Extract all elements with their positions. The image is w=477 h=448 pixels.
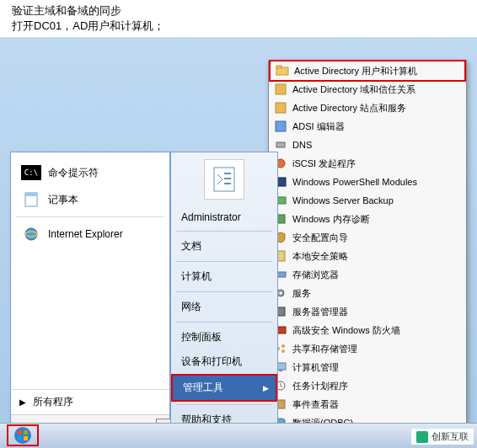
separator: [16, 216, 164, 217]
tool-server-backup[interactable]: Windows Server Backup: [269, 191, 466, 210]
tool-share-storage[interactable]: 共享和存储管理: [269, 339, 466, 358]
separator: [176, 261, 272, 262]
tool-ad-domains-trusts[interactable]: Active Directory 域和信任关系: [269, 80, 466, 99]
separator: [176, 322, 272, 323]
user-name[interactable]: Administrator: [171, 206, 277, 228]
tool-dns[interactable]: DNS: [269, 136, 466, 154]
tool-label: Active Directory 域和信任关系: [292, 83, 415, 96]
tool-label: 事件查看器: [292, 398, 339, 411]
tool-label: Active Directory 用户和计算机: [294, 65, 417, 77]
svg-rect-4: [276, 121, 286, 131]
svg-rect-42: [18, 436, 22, 440]
ad-icon: [274, 101, 287, 115]
cmd-icon: C:\: [19, 163, 43, 183]
tool-label: 存储浏览器: [292, 269, 339, 281]
triangle-icon: ▶: [19, 397, 26, 407]
tool-task-scheduler[interactable]: 任务计划程序: [269, 376, 466, 395]
tool-label: Windows PowerShell Modules: [292, 177, 417, 187]
svg-rect-20: [279, 370, 282, 371]
svg-point-17: [281, 344, 285, 348]
tool-label: Windows Server Backup: [292, 195, 394, 205]
separator: [176, 231, 272, 232]
start-menu-left: C:\ 命令提示符 记事本 Internet Explorer ▶ 所有程序 🔍…: [10, 152, 170, 448]
separator: [176, 291, 272, 292]
tool-label: 本地安全策略: [292, 250, 348, 263]
tool-storage-browser[interactable]: 存储浏览器: [269, 265, 466, 284]
ad-icon: [274, 83, 287, 96]
pinned-label: Internet Explorer: [48, 228, 123, 240]
pinned-ie[interactable]: Internet Explorer: [14, 221, 166, 248]
svg-rect-1: [276, 66, 281, 68]
tool-firewall[interactable]: 高级安全 Windows 防火墙: [269, 321, 466, 339]
instruction-line2: 打开DC01，AD用户和计算机；: [12, 19, 465, 34]
svg-point-39: [14, 427, 31, 444]
watermark-text: 创新互联: [431, 430, 469, 443]
ie-icon: [19, 224, 43, 244]
tool-label: 高级安全 Windows 防火墙: [292, 324, 400, 337]
menu-documents[interactable]: 文档: [171, 234, 277, 259]
svg-point-13: [280, 292, 282, 295]
submenu-arrow-icon: ▶: [263, 384, 269, 392]
tool-label: 任务计划程序: [292, 380, 348, 392]
tool-label: DNS: [292, 140, 312, 150]
svg-rect-3: [276, 103, 286, 113]
svg-rect-5: [276, 142, 285, 147]
pinned-label: 命令提示符: [48, 166, 99, 180]
menu-admin-tools[interactable]: 管理工具 ▶: [171, 374, 277, 402]
svg-rect-41: [24, 430, 28, 435]
tool-label: Windows 内存诊断: [292, 213, 370, 226]
tool-powershell-modules[interactable]: Windows PowerShell Modules: [269, 173, 466, 191]
admin-tools-menu: Active Directory 用户和计算机 Active Directory…: [268, 61, 467, 448]
all-programs-label: 所有程序: [33, 395, 73, 409]
svg-rect-32: [25, 193, 37, 196]
all-programs[interactable]: ▶ 所有程序: [11, 389, 169, 414]
menu-network[interactable]: 网络: [171, 295, 277, 319]
watermark-logo-icon: [416, 431, 428, 443]
tool-security-config[interactable]: 安全配置向导: [269, 228, 466, 247]
tool-iscsi[interactable]: iSCSI 发起程序: [269, 154, 466, 173]
user-avatar: [204, 159, 244, 200]
start-button[interactable]: [7, 424, 39, 446]
tool-label: Active Directory 站点和服务: [292, 102, 406, 115]
tool-server-manager[interactable]: 服务器管理器: [269, 302, 466, 321]
notepad-icon: [19, 189, 43, 210]
tool-label: ADSI 编辑器: [292, 120, 345, 133]
desktop-area: Active Directory 用户和计算机 Active Directory…: [0, 37, 477, 448]
instruction-line1: 验证主域和备域的同步: [12, 3, 465, 19]
tool-local-security[interactable]: 本地安全策略: [269, 247, 466, 265]
pinned-label: 记事本: [48, 193, 78, 207]
instruction-text: 验证主域和备域的同步 打开DC01，AD用户和计算机；: [0, 0, 477, 37]
tool-computer-mgmt[interactable]: 计算机管理: [269, 358, 466, 376]
tool-label: 共享和存储管理: [292, 343, 357, 355]
tool-memory-diag[interactable]: Windows 内存诊断: [269, 210, 466, 228]
menu-devices-printers[interactable]: 设备和打印机: [171, 349, 277, 374]
svg-rect-37: [224, 178, 231, 179]
tool-adsi-edit[interactable]: ADSI 编辑器: [269, 117, 466, 136]
pinned-cmd[interactable]: C:\ 命令提示符: [14, 159, 166, 186]
svg-rect-2: [276, 84, 286, 94]
menu-computer[interactable]: 计算机: [171, 264, 277, 289]
editor-icon: [274, 120, 287, 133]
separator: [176, 404, 272, 405]
svg-rect-38: [224, 183, 231, 184]
tool-label: 计算机管理: [292, 361, 339, 374]
svg-point-18: [281, 349, 285, 353]
svg-rect-36: [224, 173, 231, 174]
tool-label: 服务器管理器: [292, 306, 348, 318]
menu-control-panel[interactable]: 控制面板: [171, 325, 277, 349]
start-menu-right: Administrator 文档 计算机 网络 控制面板 设备和打印机 管理工具…: [170, 152, 278, 448]
svg-rect-40: [18, 430, 22, 435]
tool-label: 服务: [292, 287, 311, 300]
svg-point-33: [25, 228, 37, 240]
tool-label: 安全配置向导: [292, 232, 348, 244]
folder-icon: [276, 64, 289, 77]
pinned-notepad[interactable]: 记事本: [14, 186, 166, 213]
svg-rect-43: [24, 436, 28, 440]
dns-icon: [274, 138, 287, 152]
taskbar: [0, 423, 477, 448]
tool-event-viewer[interactable]: 事件查看器: [269, 395, 466, 413]
tool-ad-users-computers[interactable]: Active Directory 用户和计算机: [269, 60, 466, 82]
tool-services[interactable]: 服务: [269, 284, 466, 302]
tool-ad-sites-services[interactable]: Active Directory 站点和服务: [269, 99, 466, 117]
tool-label: iSCSI 发起程序: [292, 157, 356, 170]
